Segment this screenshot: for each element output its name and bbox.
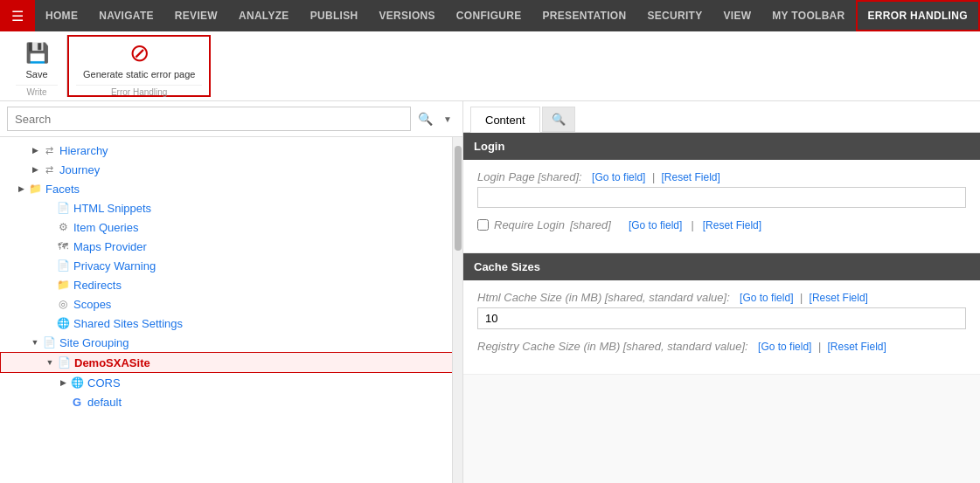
tree-toggle-default [56,395,70,409]
login-section-header: Login [463,133,980,160]
tree-toggle-demosxasite[interactable]: ▼ [43,355,57,369]
tree-label-facets: Facets [45,183,80,196]
nav-item-view[interactable]: VIEW [712,0,761,31]
nav-item-my-toolbar[interactable]: MY TOOLBAR [761,0,855,31]
search-input[interactable] [7,107,411,131]
tree-toggle-redirects [42,278,56,292]
nav-item-navigate[interactable]: NAVIGATE [88,0,164,31]
require-go-to-field[interactable]: [Go to field] [629,219,682,231]
login-page-label: Login Page [shared]: [Go to field] | [Re… [477,170,966,183]
nav-item-publish[interactable]: PUBLISH [300,0,369,31]
tree-icon-maps-provider: 🗺 [56,239,70,253]
registry-go-to-field[interactable]: [Go to field] [758,341,811,353]
tab-content[interactable]: Content [470,107,540,133]
tree-item-privacy-warning[interactable]: 📄Privacy Warning [0,256,462,275]
tree-item-cors[interactable]: ▶🌐CORS [0,373,462,392]
left-panel: 🔍 ▼ ▶⇄Hierarchy▶⇄Journey▶📁Facets📄HTML Sn… [0,101,463,483]
tree-label-cors: CORS [87,376,121,390]
tree-toggle-cors[interactable]: ▶ [56,376,70,390]
tree-toggle-site-grouping[interactable]: ▼ [28,335,42,349]
nav-item-review[interactable]: REVIEW [164,0,228,31]
tree-label-shared-sites-settings: Shared Sites Settings [73,317,183,330]
tree-item-journey[interactable]: ▶⇄Journey [0,160,462,179]
generate-static-error-button[interactable]: ⊘ Generate static error page [76,36,202,83]
tree-item-shared-sites-settings[interactable]: 🌐Shared Sites Settings [0,314,462,333]
generate-icon: ⊘ [125,39,153,67]
registry-cache-row: Registry Cache Size (in MB) [shared, sta… [477,340,966,353]
generate-label: Generate static error page [83,69,195,79]
tree-toggle-maps-provider [42,239,56,253]
require-login-row: Require Login [shared] [Go to field] | [… [477,218,966,231]
tree-toggle-facets[interactable]: ▶ [14,182,28,196]
nav-item-presentation[interactable]: PRESENTATION [532,0,637,31]
tree-container: ▶⇄Hierarchy▶⇄Journey▶📁Facets📄HTML Snippe… [0,137,462,483]
require-login-checkbox[interactable] [477,219,489,231]
tree-label-hierarchy: Hierarchy [59,144,108,157]
search-button[interactable]: 🔍 [414,110,436,128]
tree-label-item-queries: Item Queries [73,221,138,234]
tree-icon-privacy-warning: 📄 [56,259,70,273]
html-reset-field[interactable]: [Reset Field] [810,292,868,304]
tree-toggle-shared-sites-settings [42,316,56,330]
tree-icon-html-snippets: 📄 [56,201,70,215]
save-label: Save [25,69,47,79]
save-button[interactable]: 💾 Save [16,36,58,83]
tree-item-default[interactable]: Gdefault [0,392,462,411]
tab-search[interactable]: 🔍 [542,107,575,132]
login-shared-label: [shared]: [538,170,582,183]
tree-icon-default: G [70,395,84,409]
tree-item-maps-provider[interactable]: 🗺Maps Provider [0,237,462,256]
require-separator-2: | [691,218,693,231]
tree-toggle-journey[interactable]: ▶ [28,162,42,176]
tree-icon-redirects: 📁 [56,278,70,292]
html-cache-label: Html Cache Size (in MB) [shared, standar… [477,291,966,304]
html-go-to-field[interactable]: [Go to field] [740,292,793,304]
tree-icon-shared-sites-settings: 🌐 [56,316,70,330]
login-page-text: Login Page [477,170,535,183]
tree-item-site-grouping[interactable]: ▼📄Site Grouping [0,333,462,352]
tree-item-html-snippets[interactable]: 📄HTML Snippets [0,198,462,217]
nav-item-home[interactable]: HOME [35,0,88,31]
tree-item-item-queries[interactable]: ⚙Item Queries [0,217,462,237]
tree-label-site-grouping: Site Grouping [59,336,129,349]
tabs-bar: Content 🔍 [463,101,980,133]
nav-item-error-handling[interactable]: ERROR HANDLING [856,0,980,31]
login-page-input-value [477,187,966,208]
nav-item-analyze[interactable]: ANALYZE [228,0,300,31]
tree-item-hierarchy[interactable]: ▶⇄Hierarchy [0,141,462,160]
tree-icon-journey: ⇄ [42,162,56,176]
registry-reset-field[interactable]: [Reset Field] [828,341,886,353]
hamburger-icon: ☰ [11,8,24,24]
require-reset-field[interactable]: [Reset Field] [703,219,761,231]
ribbon-save-group: 💾 Save Write [7,35,67,97]
nav-item-security[interactable]: SECURITY [636,0,712,31]
tree-label-default: default [87,396,122,409]
tree-icon-item-queries: ⚙ [56,220,70,234]
dropdown-arrow[interactable]: ▼ [440,113,455,126]
tree-item-demosxasite[interactable]: ▼📄DemoSXASite [0,352,462,373]
login-page-field-row: Login Page [shared]: [Go to field] | [Re… [477,170,966,208]
hamburger-button[interactable]: ☰ [0,0,35,31]
top-nav: ☰ HOMENAVIGATEREVIEWANALYZEPUBLISHVERSIO… [0,0,980,31]
require-login-field-label: Require Login [shared] [Go to field] | [… [477,218,966,231]
login-reset-field[interactable]: [Reset Field] [662,171,720,183]
tree-item-scopes[interactable]: ◎Scopes [0,294,462,314]
tree-label-scopes: Scopes [73,298,111,311]
nav-item-versions[interactable]: VERSIONS [368,0,445,31]
tree-item-redirects[interactable]: 📁Redirects [0,275,462,294]
registry-text: Registry Cache Size (in MB) [477,340,620,353]
login-go-to-field[interactable]: [Go to field] [592,171,645,183]
nav-item-configure[interactable]: CONFIGURE [446,0,532,31]
tree-toggle-privacy-warning [42,259,56,273]
ribbon-write-label: Write [16,85,58,97]
tree-toggle-html-snippets [42,201,56,215]
content-area: Login Login Page [shared]: [Go to field]… [463,133,980,375]
tree-icon-site-grouping: 📄 [42,335,56,349]
tree-label-redirects: Redirects [73,279,122,292]
save-icon: 💾 [23,39,51,67]
tree-item-facets[interactable]: ▶📁Facets [0,179,462,198]
login-section-body: Login Page [shared]: [Go to field] | [Re… [463,160,980,253]
tree-icon-scopes: ◎ [56,297,70,311]
tree-label-maps-provider: Maps Provider [73,240,147,253]
tree-toggle-hierarchy[interactable]: ▶ [28,143,42,157]
